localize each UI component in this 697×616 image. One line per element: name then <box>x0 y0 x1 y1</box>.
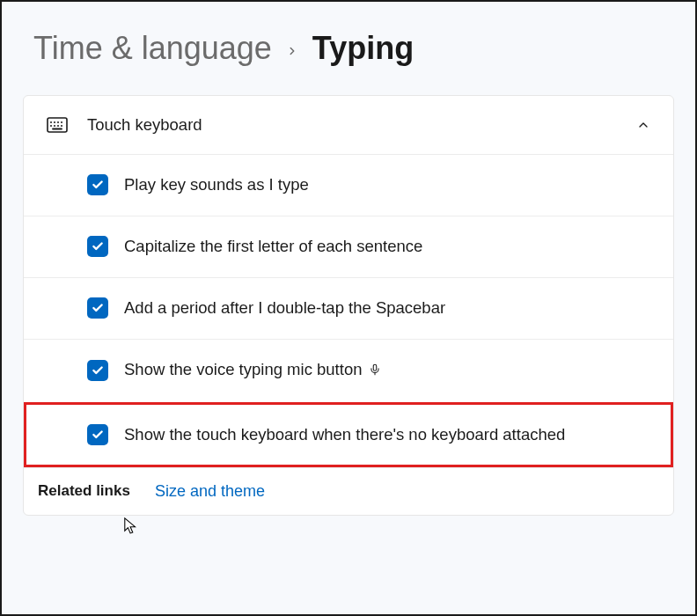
option-capitalize-first-letter: Capitalize the first letter of each sent… <box>24 216 673 277</box>
size-and-theme-link[interactable]: Size and theme <box>155 482 265 501</box>
option-add-period-double-tap: Add a period after I double-tap the Spac… <box>24 277 673 339</box>
touch-keyboard-header[interactable]: Touch keyboard <box>24 96 673 154</box>
touch-keyboard-card: Touch keyboard Play key sounds as I type… <box>23 95 674 516</box>
breadcrumb-parent[interactable]: Time & language <box>33 30 272 67</box>
option-play-key-sounds: Play key sounds as I type <box>24 154 673 216</box>
option-show-touch-keyboard-no-kb: Show the touch keyboard when there's no … <box>24 402 673 467</box>
svg-rect-0 <box>48 118 67 132</box>
related-links-label: Related links <box>38 482 130 500</box>
checkbox[interactable] <box>87 236 108 257</box>
checkbox[interactable] <box>87 360 108 381</box>
keyboard-icon <box>47 117 68 133</box>
settings-page: Time & language Typing <box>0 0 697 616</box>
svg-rect-10 <box>373 364 377 370</box>
chevron-up-icon <box>636 118 650 132</box>
option-label: Capitalize the first letter of each sent… <box>124 236 656 258</box>
mouse-cursor-icon <box>123 517 139 536</box>
option-show-voice-typing-mic: Show the voice typing mic button <box>24 339 673 402</box>
mic-icon <box>369 361 381 383</box>
related-links-footer: Related links Size and theme <box>24 467 673 515</box>
section-title: Touch keyboard <box>87 115 617 135</box>
breadcrumb-current: Typing <box>312 30 414 67</box>
breadcrumb: Time & language Typing <box>33 30 674 67</box>
chevron-right-icon <box>286 38 298 62</box>
checkbox[interactable] <box>87 424 108 445</box>
checkbox[interactable] <box>87 174 108 195</box>
option-label: Show the voice typing mic button <box>124 359 656 383</box>
option-label: Show the touch keyboard when there's no … <box>124 424 656 446</box>
option-label: Add a period after I double-tap the Spac… <box>124 297 656 319</box>
checkbox[interactable] <box>87 297 108 319</box>
option-label: Play key sounds as I type <box>124 174 656 196</box>
